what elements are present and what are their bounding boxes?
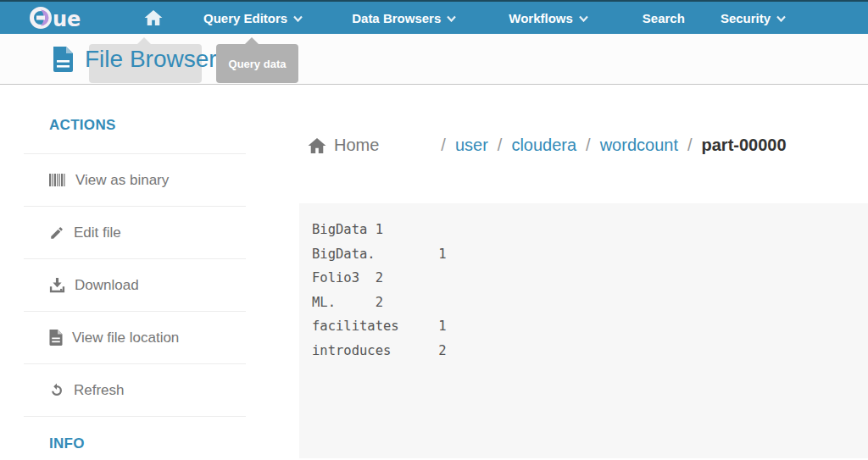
sidebar-heading-info: INFO bbox=[24, 417, 246, 452]
sidebar: ACTIONS View as binary Edit file bbox=[0, 85, 299, 458]
nav-workflows[interactable]: Workflows bbox=[509, 11, 588, 25]
page-title: File Browser bbox=[85, 46, 217, 73]
nav-security-label: Security bbox=[721, 11, 771, 25]
hue-logo-icon: ue bbox=[29, 6, 102, 30]
sidebar-item-view-file-location[interactable]: View file location bbox=[24, 311, 246, 363]
breadcrumb-wordcount[interactable]: wordcount bbox=[600, 136, 678, 155]
sidebar-item-label: Download bbox=[75, 277, 139, 294]
nav-security[interactable]: Security bbox=[721, 11, 786, 25]
chevron-down-icon bbox=[776, 15, 786, 22]
nav-home-button[interactable] bbox=[144, 9, 163, 26]
sidebar-item-label: View as binary bbox=[75, 172, 169, 189]
app-title: File Browser bbox=[53, 46, 217, 73]
chevron-down-icon bbox=[579, 15, 588, 22]
sidebar-item-download[interactable]: Download bbox=[24, 258, 246, 311]
pencil-icon bbox=[49, 225, 64, 241]
refresh-icon bbox=[49, 383, 64, 398]
sidebar-item-label: View file location bbox=[72, 330, 179, 346]
breadcrumb-current-file: part-00000 bbox=[702, 136, 787, 155]
tooltip-arrow bbox=[137, 37, 151, 44]
file-content-viewer[interactable]: BigData 1 BigData. 1 Folio3 2 ML. 2 faci… bbox=[299, 203, 868, 458]
sidebar-heading-actions: ACTIONS bbox=[24, 85, 246, 153]
breadcrumb-user[interactable]: user bbox=[455, 136, 488, 155]
sidebar-item-label: Edit file bbox=[74, 224, 121, 241]
download-icon bbox=[49, 278, 65, 293]
chevron-down-icon bbox=[447, 15, 456, 22]
breadcrumb-home-label: Home bbox=[334, 136, 379, 155]
sidebar-item-label: Refresh bbox=[74, 382, 125, 399]
nav-query-editors-label: Query Editors bbox=[203, 11, 287, 25]
breadcrumb-separator: / bbox=[687, 136, 693, 155]
sidebar-item-edit-file[interactable]: Edit file bbox=[24, 206, 246, 258]
breadcrumb-cloudera[interactable]: cloudera bbox=[511, 136, 576, 155]
nav-data-browsers-label: Data Browsers bbox=[352, 11, 441, 25]
nav-query-editors[interactable]: Query Editors bbox=[203, 11, 303, 25]
breadcrumb-separator: / bbox=[498, 136, 503, 155]
breadcrumb-separator: / bbox=[586, 136, 591, 155]
tooltip-arrow bbox=[245, 37, 259, 44]
chevron-down-icon bbox=[293, 15, 303, 22]
nav-data-browsers[interactable]: Data Browsers bbox=[352, 11, 456, 25]
file-browser-icon bbox=[53, 47, 74, 72]
home-icon bbox=[144, 9, 163, 26]
tooltip-query-data: Query data bbox=[216, 44, 298, 83]
breadcrumb-trail: / user / cloudera / wordcount / part-000… bbox=[431, 136, 786, 155]
hue-logo[interactable]: ue bbox=[29, 6, 102, 30]
nav-search-label: Search bbox=[643, 11, 685, 25]
file-content-text: BigData 1 BigData. 1 Folio3 2 ML. 2 faci… bbox=[312, 218, 855, 363]
app-subheader: File Browser Query data bbox=[0, 34, 868, 85]
tooltip-query-data-label: Query data bbox=[229, 58, 287, 70]
breadcrumb-home[interactable]: Home bbox=[308, 136, 379, 155]
home-icon bbox=[308, 137, 326, 154]
file-icon bbox=[49, 330, 63, 346]
main-panel: Home / user / cloudera / wordcount / par… bbox=[299, 85, 868, 458]
hue-logo-text: ue bbox=[53, 8, 81, 30]
breadcrumb-separator: / bbox=[441, 136, 446, 155]
breadcrumb: Home / user / cloudera / wordcount / par… bbox=[308, 136, 868, 155]
nav-search[interactable]: Search bbox=[643, 11, 685, 25]
barcode-icon bbox=[49, 173, 66, 187]
sidebar-item-refresh[interactable]: Refresh bbox=[24, 363, 246, 416]
nav-workflows-label: Workflows bbox=[509, 11, 573, 25]
top-navbar: ue Query Editors Data Browsers Workflows… bbox=[0, 0, 868, 34]
sidebar-item-view-as-binary[interactable]: View as binary bbox=[24, 153, 246, 206]
